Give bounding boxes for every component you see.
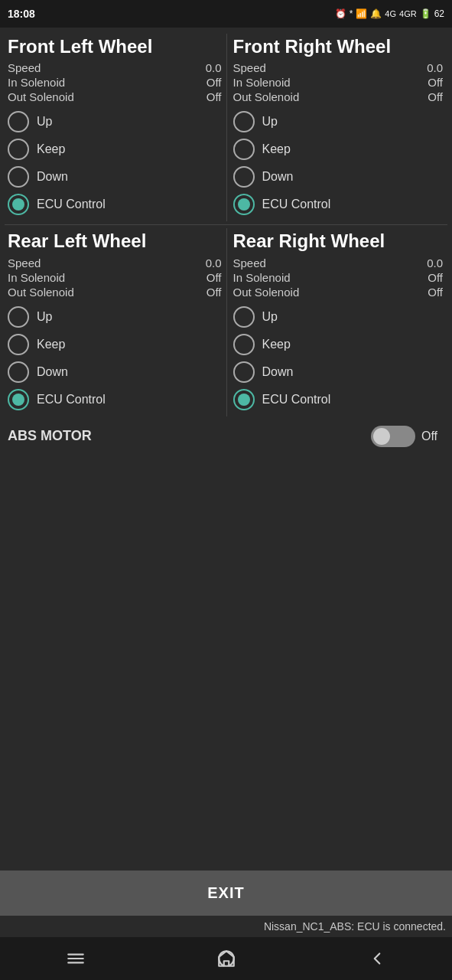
wheel-title-front-right: Front Right Wheel — [233, 37, 444, 57]
radio-circle-down-rl — [8, 361, 29, 383]
speed-value-rear-left: 0.0 — [206, 256, 222, 270]
alarm-icon: ⏰ — [335, 8, 346, 19]
status-bar: 18:08 ⏰ * 📶 🔔 4G 4GR 🔋 62 — [0, 0, 452, 28]
radio-ecu-rear-right[interactable]: ECU Control — [233, 389, 444, 410]
nav-home-button[interactable] — [203, 942, 249, 975]
nav-menu-button[interactable] — [53, 942, 99, 975]
wheel-stats-rear-left: Speed 0.0 In Solenoid Off Out Solenoid O… — [8, 256, 222, 299]
in-solenoid-value-front-left: Off — [206, 76, 222, 89]
radio-ecu-front-right[interactable]: ECU Control — [233, 194, 444, 215]
bluetooth-icon: * — [350, 8, 353, 19]
speed-label-rl: Speed — [8, 256, 41, 270]
svg-point-3 — [219, 951, 234, 966]
in-solenoid-value-rear-right: Off — [428, 271, 443, 284]
radio-label-down-rl: Down — [37, 365, 68, 379]
radio-circle-down-fl — [8, 166, 29, 188]
radio-label-up-fr: Up — [262, 115, 278, 129]
out-solenoid-row-rear-left: Out Solenoid Off — [8, 286, 222, 299]
radio-down-front-left[interactable]: Down — [8, 166, 222, 188]
radio-up-rear-left[interactable]: Up — [8, 306, 222, 328]
radio-label-up-rl: Up — [37, 310, 52, 324]
nav-bar — [0, 937, 452, 980]
radio-keep-front-left[interactable]: Keep — [8, 139, 222, 160]
in-solenoid-row-rear-left: In Solenoid Off — [8, 271, 222, 284]
abs-motor-value: Off — [421, 430, 444, 443]
wheels-top-row: Front Left Wheel Speed 0.0 In Solenoid O… — [5, 34, 447, 221]
speed-label-rr: Speed — [233, 256, 266, 270]
wheel-title-rear-left: Rear Left Wheel — [8, 231, 222, 251]
speed-row-front-right: Speed 0.0 — [233, 61, 444, 74]
radio-circle-keep-fr — [233, 139, 255, 160]
radio-up-front-right[interactable]: Up — [233, 111, 444, 132]
radio-label-ecu-fr: ECU Control — [262, 198, 331, 211]
wheel-panel-rear-right: Rear Right Wheel Speed 0.0 In Solenoid O… — [226, 228, 448, 416]
network-4g-icon: 4G — [385, 9, 396, 18]
radio-ecu-rear-left[interactable]: ECU Control — [8, 389, 222, 410]
radio-label-ecu-rl: ECU Control — [37, 393, 106, 407]
out-solenoid-row-rear-right: Out Solenoid Off — [233, 286, 444, 299]
wheel-stats-front-left: Speed 0.0 In Solenoid Off Out Solenoid O… — [8, 61, 222, 103]
radio-up-rear-right[interactable]: Up — [233, 306, 444, 328]
out-solenoid-label-rl: Out Solenoid — [8, 286, 74, 299]
speed-value-front-right: 0.0 — [427, 61, 443, 74]
radio-circle-up-fr — [233, 111, 255, 132]
battery-icon: 🔋 — [420, 8, 431, 19]
wheel-panel-front-right: Front Right Wheel Speed 0.0 In Solenoid … — [226, 34, 448, 221]
speed-value-front-left: 0.0 — [206, 61, 222, 74]
in-solenoid-row-rear-right: In Solenoid Off — [233, 271, 444, 284]
in-solenoid-label-rr: In Solenoid — [233, 271, 291, 284]
abs-motor-toggle[interactable] — [371, 426, 415, 447]
wheel-title-front-left: Front Left Wheel — [8, 37, 222, 57]
radio-keep-front-right[interactable]: Keep — [233, 139, 444, 160]
abs-motor-label: ABS MOTOR — [8, 428, 365, 444]
nav-back-button[interactable] — [354, 942, 400, 975]
radio-down-rear-right[interactable]: Down — [233, 361, 444, 383]
radio-group-front-left: Up Keep Down ECU Control — [8, 111, 222, 215]
radio-label-ecu-rr: ECU Control — [262, 393, 331, 407]
radio-circle-up-rr — [233, 306, 255, 328]
out-solenoid-label-fr: Out Solenoid — [233, 90, 300, 103]
in-solenoid-value-rear-left: Off — [206, 271, 222, 284]
wheel-title-rear-right: Rear Right Wheel — [233, 231, 444, 251]
radio-down-front-right[interactable]: Down — [233, 166, 444, 188]
in-solenoid-row-front-right: In Solenoid Off — [233, 76, 444, 89]
back-icon — [367, 949, 387, 969]
speed-row-front-left: Speed 0.0 — [8, 61, 222, 74]
out-solenoid-row-front-left: Out Solenoid Off — [8, 90, 222, 103]
radio-circle-keep-rr — [233, 334, 255, 355]
radio-label-up-rr: Up — [262, 310, 278, 324]
radio-ecu-front-left[interactable]: ECU Control — [8, 194, 222, 215]
radio-label-keep-rr: Keep — [262, 338, 291, 351]
in-solenoid-label-rl: In Solenoid — [8, 271, 65, 284]
radio-label-ecu-fl: ECU Control — [37, 198, 106, 211]
radio-circle-ecu-rl — [8, 389, 29, 410]
radio-circle-keep-fl — [8, 139, 29, 160]
radio-circle-up-rl — [8, 306, 29, 328]
wheel-panel-front-left: Front Left Wheel Speed 0.0 In Solenoid O… — [5, 34, 226, 221]
wheel-panel-rear-left: Rear Left Wheel Speed 0.0 In Solenoid Of… — [5, 228, 226, 416]
radio-group-rear-left: Up Keep Down ECU Control — [8, 306, 222, 410]
status-time: 18:08 — [8, 8, 35, 20]
speed-label: Speed — [8, 61, 41, 74]
out-solenoid-label-rr: Out Solenoid — [233, 286, 300, 299]
radio-label-up-fl: Up — [37, 115, 52, 129]
radio-circle-up-fl — [8, 111, 29, 132]
abs-motor-row: ABS MOTOR Off — [5, 416, 447, 456]
signal-icon: 📶 — [356, 8, 367, 19]
radio-circle-ecu-fr — [233, 194, 255, 215]
radio-label-down-fr: Down — [262, 170, 294, 184]
radio-label-down-fl: Down — [37, 170, 68, 184]
home-icon — [216, 949, 236, 969]
connection-status: Nissan_NC1_ABS: ECU is connected. — [0, 916, 452, 937]
exit-button[interactable]: EXIT — [0, 871, 452, 916]
radio-keep-rear-left[interactable]: Keep — [8, 334, 222, 355]
section-divider-middle — [5, 224, 447, 225]
radio-up-front-left[interactable]: Up — [8, 111, 222, 132]
radio-down-rear-left[interactable]: Down — [8, 361, 222, 383]
radio-keep-rear-right[interactable]: Keep — [233, 334, 444, 355]
radio-label-keep-fl: Keep — [37, 142, 65, 156]
radio-label-keep-fr: Keep — [262, 142, 291, 156]
speed-row-rear-left: Speed 0.0 — [8, 256, 222, 270]
out-solenoid-value-front-right: Off — [428, 90, 443, 103]
content-spacer — [5, 456, 447, 864]
